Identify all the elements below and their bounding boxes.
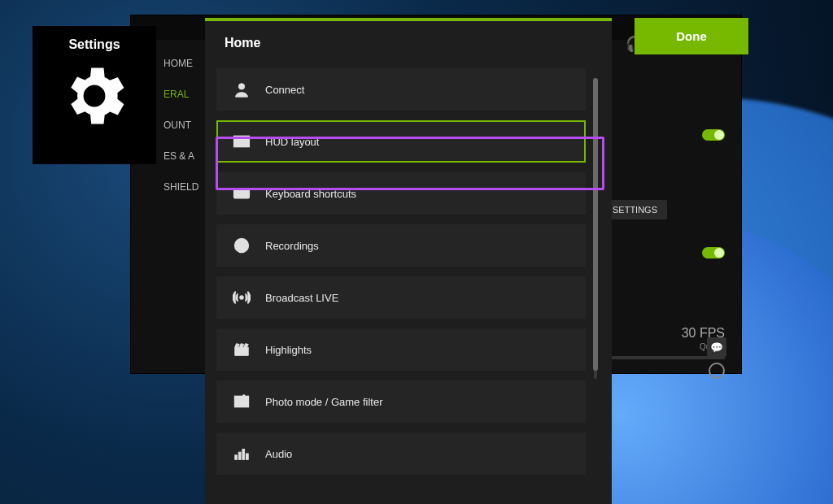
svg-point-12: [240, 296, 243, 299]
tab-games[interactable]: ES & A: [164, 147, 198, 165]
item-label: Photo mode / Game filter: [265, 396, 383, 408]
gear-icon: [57, 59, 132, 133]
item-label: Audio: [265, 448, 292, 460]
svg-point-0: [238, 84, 244, 89]
svg-rect-17: [246, 454, 249, 459]
svg-rect-16: [242, 450, 245, 460]
item-label: Recordings: [265, 240, 319, 252]
item-hud-layout[interactable]: HUD layout: [216, 120, 586, 163]
quality-dial-icon: [709, 363, 725, 379]
clapper-icon: [233, 341, 251, 358]
settings-overlay-card[interactable]: Settings: [33, 26, 156, 164]
settings-card-label: Settings: [68, 37, 120, 52]
broadcast-icon: [233, 289, 251, 306]
settings-button[interactable]: SETTINGS: [603, 200, 667, 219]
item-label: Broadcast LIVE: [265, 292, 338, 304]
person-icon: [233, 80, 251, 98]
svg-rect-15: [238, 452, 241, 459]
photomode-icon: [233, 393, 251, 411]
settings-home-panel: Home Connect HUD layout Keyboard shortcu…: [205, 18, 612, 504]
toggle-1[interactable]: [702, 129, 725, 141]
audio-icon: [233, 445, 251, 463]
tab-account[interactable]: OUNT: [164, 116, 198, 134]
side-tabs: HOME ERAL OUNT ES & A SHIELD: [164, 54, 198, 196]
item-label: Connect: [265, 84, 304, 96]
item-connect[interactable]: Connect: [216, 68, 586, 111]
tab-shield[interactable]: SHIELD: [164, 178, 198, 196]
right-panel: SETTINGS 30 FPS Quality: [603, 48, 725, 379]
panel-title: Home: [205, 21, 612, 55]
item-label: Keyboard shortcuts: [265, 188, 356, 200]
scrollbar-thumb[interactable]: [593, 78, 598, 371]
tab-home[interactable]: HOME: [164, 54, 198, 72]
layout-icon: [233, 133, 251, 150]
settings-list: Connect HUD layout Keyboard shortcuts Re…: [216, 68, 586, 504]
toggle-2[interactable]: [702, 247, 725, 259]
item-highlights[interactable]: Highlights: [216, 328, 586, 371]
tab-general[interactable]: ERAL: [164, 85, 198, 103]
svg-point-11: [239, 243, 244, 248]
item-photo-mode[interactable]: Photo mode / Game filter: [216, 380, 586, 423]
keyboard-icon: [233, 185, 251, 202]
item-recordings[interactable]: Recordings: [216, 224, 586, 267]
item-keyboard-shortcuts[interactable]: Keyboard shortcuts: [216, 172, 586, 215]
svg-rect-14: [235, 455, 238, 460]
item-label: Highlights: [265, 344, 312, 356]
item-label: HUD layout: [265, 136, 319, 148]
svg-rect-4: [234, 189, 249, 198]
feedback-icon[interactable]: 💬: [707, 337, 726, 357]
item-audio[interactable]: Audio: [216, 432, 586, 475]
record-icon: [233, 237, 251, 254]
item-broadcast-live[interactable]: Broadcast LIVE: [216, 276, 586, 319]
done-button[interactable]: Done: [635, 18, 748, 54]
quality-slider[interactable]: [603, 356, 725, 359]
